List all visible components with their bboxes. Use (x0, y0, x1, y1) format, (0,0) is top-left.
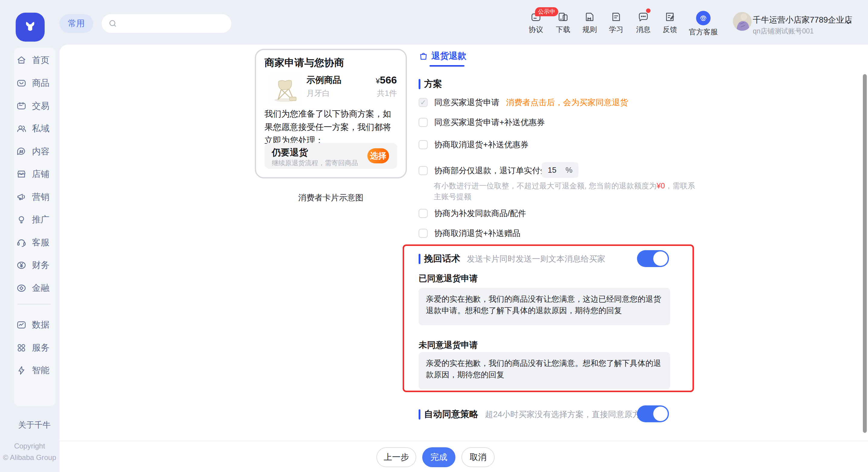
sidebar-item-data[interactable]: 数据 (16, 314, 58, 336)
box-icon (16, 77, 27, 89)
checkbox-agree-coupon[interactable] (418, 118, 428, 127)
auto-agree-section-header: 自动同意策略 超24小时买家没有选择方案，直接同意原方案 (418, 408, 649, 420)
tab-underline (430, 65, 464, 67)
card-caption: 消费者卡片示意图 (255, 192, 407, 203)
section-bar (418, 254, 421, 264)
sidebar-item-marketing[interactable]: 营销 (16, 186, 58, 208)
coin-icon (16, 282, 27, 294)
bull-icon (22, 19, 39, 36)
section-bar (418, 409, 421, 419)
card-body-text: 我们为您准备了以下协商方案，如果您愿意接受任一方案，我们都将立即为您处理： (265, 107, 399, 147)
megaphone-icon (16, 191, 27, 203)
product-quantity: 共1件 (347, 88, 397, 99)
feedback-icon (664, 11, 676, 23)
not-agreed-script-textarea[interactable]: 亲爱的实在抱歉，我们的商品没有让您满意。想和您了解下具体的退款原因，期待您的回复 (418, 352, 670, 390)
sidebar-item-finance[interactable]: 财务 (16, 254, 58, 276)
rules-icon (584, 11, 596, 23)
service-icon (696, 11, 711, 25)
topbar-item-feedback[interactable]: 反馈 (655, 11, 684, 34)
headset-icon (16, 237, 27, 248)
sidebar-item-services[interactable]: 服务 (16, 337, 58, 359)
sidebar-item-trade[interactable]: 交易 (16, 95, 58, 117)
bag-icon (418, 51, 428, 61)
sidebar-item-ai[interactable]: 智能 (16, 359, 58, 381)
footer-divider (59, 441, 868, 441)
grid-circles-icon (16, 342, 27, 353)
search-input[interactable] (102, 14, 231, 33)
card-title: 商家申请与您协商 (265, 56, 344, 70)
account-name[interactable]: 千牛运营小店家7789企业店 (753, 14, 852, 25)
not-agreed-script-label: 未同意退货申请 (418, 339, 478, 351)
chevron-down-icon[interactable] (844, 19, 852, 27)
sidebar-item-customer-service[interactable]: 客服 (16, 232, 58, 254)
retention-toggle[interactable] (637, 250, 669, 267)
vertical-scrollbar[interactable] (863, 74, 867, 433)
checkbox-cancel-coupon[interactable] (418, 140, 428, 149)
app-root: 常用 协议 下载 规则 (0, 0, 868, 472)
quick-access-button[interactable]: 常用 (59, 14, 93, 33)
product-price: ¥566 (347, 74, 397, 86)
hashtag-bubble-icon (16, 146, 27, 157)
sidebar-item-private-domain[interactable]: 私域 (16, 117, 58, 140)
prev-step-button[interactable]: 上一步 (376, 447, 416, 467)
agreed-script-label: 已同意退货申请 (418, 273, 478, 284)
sidebar-item-financial[interactable]: 金融 (16, 277, 58, 299)
home-icon (16, 55, 27, 66)
card-select-button: 选择 (367, 148, 389, 163)
card-option-title: 仍要退货 (272, 146, 308, 159)
topbar-item-rules[interactable]: 规则 (575, 11, 604, 34)
cancel-button[interactable]: 取消 (461, 447, 495, 467)
finish-button[interactable]: 完成 (422, 447, 456, 467)
checkbox-cancel-gift[interactable] (418, 229, 428, 238)
search-icon (108, 19, 118, 29)
qianniu-logo[interactable] (16, 13, 44, 42)
percent-input[interactable]: 15 % (542, 162, 579, 178)
copyright-line2: © Alibaba Group (0, 453, 59, 462)
checkbox-reship[interactable] (418, 209, 428, 218)
about-qianniu-link[interactable]: 关于千牛 (18, 419, 51, 430)
option-row-cancel-gift: 协商取消退货+补送赠品 (418, 228, 521, 239)
sidebar-item-content[interactable]: 内容 (16, 140, 58, 163)
topbar-item-message[interactable]: 消息 (629, 11, 658, 34)
sidebar-item-promotion[interactable]: 推广 (16, 209, 58, 231)
lightning-icon (16, 365, 27, 376)
order-icon (16, 100, 27, 112)
refund-note: 有小数进行进一位取整，不超过最大可退金额, 您当前的退款额度为¥0，需联系 主账… (434, 180, 695, 202)
refund-quota-amount: ¥0 (657, 181, 665, 190)
people-icon (16, 123, 27, 134)
bulb-icon (16, 214, 27, 226)
download-icon (557, 11, 569, 23)
option-row-agree-return: ✓ 同意买家退货申请 消费者点击后，会为买家同意退货 (418, 97, 628, 108)
sidebar-divider (18, 304, 51, 304)
product-image (270, 73, 301, 105)
account-subname: qn店铺测试账号001 (753, 27, 814, 36)
tab-return-refund[interactable]: 退货退款 (418, 50, 466, 62)
sidebar-item-shop[interactable]: 店铺 (16, 163, 58, 186)
status-badge: 公示中 (535, 7, 558, 16)
auto-agree-toggle[interactable] (637, 405, 669, 422)
copyright-line1: Copyright (0, 442, 59, 450)
checkbox-partial-refund[interactable] (418, 166, 428, 175)
sidebar-item-home[interactable]: 首页 (16, 49, 58, 71)
product-variant: 月牙白 (306, 88, 330, 99)
section-plan: 方案 (418, 78, 442, 90)
percent-unit: % (565, 166, 572, 175)
percent-value: 15 (548, 166, 556, 175)
option-warning-text: 消费者点击后，会为买家同意退货 (506, 97, 628, 108)
sidebar-item-products[interactable]: 商品 (16, 72, 58, 94)
agreed-script-textarea[interactable]: 亲爱的实在抱歉，我们的商品没有让您满意，这边已经同意您的退货退款申请。想和您了解… (418, 288, 670, 325)
option-row-agree-coupon: 同意买家退货申请+补送优惠券 (418, 117, 545, 128)
option-row-cancel-coupon: 协商取消退货+补送优惠券 (418, 139, 529, 150)
avatar[interactable] (733, 12, 752, 31)
checkbox-agree-return[interactable]: ✓ (418, 98, 428, 107)
section-bar (418, 79, 421, 89)
storefront-icon (16, 168, 27, 180)
learn-icon (610, 11, 622, 23)
topbar-item-official-service[interactable]: 官方客服 (684, 11, 723, 37)
option-row-reship: 协商为补发同款商品/配件 (418, 208, 526, 219)
toggle-knob (653, 251, 668, 266)
retention-section-header: 挽回话术 发送卡片同时发送一则文本消息给买家 (418, 252, 605, 265)
notification-dot (646, 8, 651, 13)
topbar-item-learn[interactable]: 学习 (602, 11, 631, 34)
product-name: 示例商品 (306, 74, 341, 86)
